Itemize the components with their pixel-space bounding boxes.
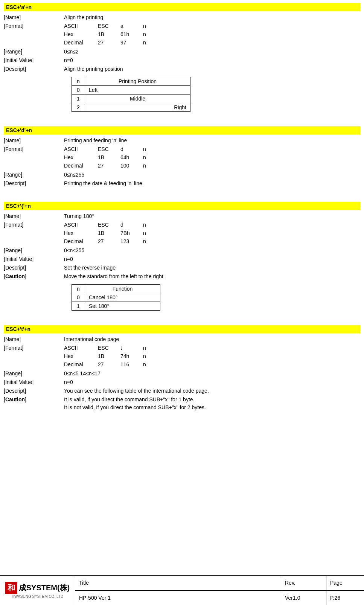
- fmt-type-d2: Decimal: [64, 162, 98, 170]
- footer-logo-sub: HWASUNG SYSTEM CO.,LTD: [12, 594, 63, 599]
- fmt-c1-a2: 27: [98, 39, 120, 47]
- table-cell-middle: Middle: [85, 94, 190, 103]
- caution-row-t: [Caution] It is valid, if you direct the…: [4, 396, 360, 411]
- format-block-d: ASCII ESC d n Hex 1B 64h n Decimal 27: [64, 145, 154, 170]
- name-value-a: Align the printing: [64, 14, 103, 21]
- fmt-c1-t2: 27: [98, 361, 120, 369]
- fmt-c1-d2: 27: [98, 162, 120, 170]
- footer-logo: 和 成SYSTEM(株) HWASUNG SYSTEM CO.,LTD: [0, 576, 75, 605]
- descript-value-d: Printing the date & feeding 'n' line: [64, 180, 142, 187]
- fmt-c1-t0: ESC: [98, 344, 120, 352]
- fmt-type-a1: Hex: [64, 30, 98, 38]
- range-label-b: [Range]: [4, 247, 64, 254]
- fmt-c3-a2: n: [143, 39, 154, 47]
- format-dec-t: Decimal 27 116 n: [64, 361, 154, 369]
- name-row-b: [Name] Turning 180°: [4, 212, 360, 220]
- fmt-type-b2: Decimal: [64, 238, 98, 245]
- format-label-b: [Format]: [4, 221, 64, 246]
- footer-page-label: Page: [326, 576, 364, 590]
- caution-bold-b: Caution: [5, 273, 25, 279]
- section-esc-t: ESC+'t'+n [Name] International code page…: [4, 325, 360, 411]
- footer-logo-inner: 和 成SYSTEM(株) HWASUNG SYSTEM CO.,LTD: [5, 582, 70, 599]
- initial-label-b: [Initial Value]: [4, 255, 64, 263]
- fmt-c3-b2: n: [143, 238, 154, 245]
- format-hex-t: Hex 1B 74h n: [64, 352, 154, 360]
- section-header-esc-d: ESC+'d'+n: [4, 126, 360, 134]
- fmt-c2-b1: 7Bh: [120, 229, 143, 237]
- fmt-type-b0: ASCII: [64, 221, 98, 229]
- fmt-c3-a1: n: [143, 30, 154, 38]
- format-label-d: [Format]: [4, 145, 64, 170]
- initial-value-a: n=0: [64, 56, 73, 64]
- table-header-n-a: n: [72, 77, 85, 86]
- caution-line-t1: It is not valid, if you direct the comma…: [64, 404, 206, 411]
- descript-row-t: [Descript] You can see the following tab…: [4, 387, 360, 395]
- descript-label-b: [Descript]: [4, 264, 64, 272]
- range-row-t: [Range] 0≤n≤5 14≤n≤17: [4, 370, 360, 378]
- footer-logo-box: 和: [5, 582, 17, 594]
- format-ascii-a: ASCII ESC a n: [64, 22, 154, 30]
- footer-title-label: Title: [75, 576, 281, 590]
- range-label-d: [Range]: [4, 171, 64, 179]
- format-label-a: [Format]: [4, 22, 64, 47]
- section-header-esc-a: ESC+'a'+n: [4, 3, 360, 11]
- table-cell-left: Left: [85, 86, 190, 94]
- table-cell-n: 2: [72, 103, 85, 112]
- footer-right: Title Rev. Page HP-500 Ver 1 Ver1.0 P.26: [75, 576, 364, 605]
- fmt-c1-d1: 1B: [98, 154, 120, 162]
- table-row: 0 Cancel 180°: [72, 293, 160, 302]
- format-hex-a: Hex 1B 61h n: [64, 30, 154, 38]
- table-header-n-b: n: [72, 285, 85, 293]
- caution-value-b: Move the standard from the left to the r…: [64, 273, 163, 280]
- format-hex-b: Hex 1B 7Bh n: [64, 229, 154, 237]
- range-row-a: [Range] 0≤n≤2: [4, 48, 360, 56]
- fmt-type-a0: ASCII: [64, 22, 98, 30]
- format-ascii-d: ASCII ESC d n: [64, 145, 154, 153]
- table-row: 1 Set 180°: [72, 302, 160, 311]
- initial-label-a: [Initial Value]: [4, 56, 64, 64]
- initial-row-a: [Initial Value] n=0: [4, 56, 360, 64]
- descript-row-d: [Descript] Printing the date & feeding '…: [4, 180, 360, 187]
- range-label-a: [Range]: [4, 48, 64, 56]
- format-dec-b: Decimal 27 123 n: [64, 238, 154, 245]
- range-value-a: 0≤n≤2: [64, 48, 79, 56]
- fmt-type-a2: Decimal: [64, 39, 98, 47]
- printing-position-table: n Printing Position 0 Left 1 Middle 2 Ri…: [72, 77, 190, 112]
- section-esc-a: ESC+'a'+n [Name] Align the printing [For…: [4, 3, 360, 112]
- descript-value-t: You can see the following table of the i…: [64, 387, 209, 395]
- fmt-c2-a0: a: [120, 22, 143, 30]
- range-label-t: [Range]: [4, 370, 64, 378]
- fmt-c3-b0: n: [143, 221, 154, 229]
- name-row-d: [Name] Printing and feeding 'n' line: [4, 137, 360, 145]
- content-area: ESC+'a'+n [Name] Align the printing [For…: [0, 0, 364, 575]
- table-header-pos-a: Printing Position: [85, 77, 190, 86]
- fmt-c3-d1: n: [143, 154, 154, 162]
- table-row: 2 Right: [72, 103, 190, 112]
- name-value-d: Printing and feeding 'n' line: [64, 137, 127, 145]
- fmt-c2-b2: 123: [120, 238, 143, 245]
- initial-row-b: [Initial Value] n=0: [4, 255, 360, 263]
- fmt-c1-a0: ESC: [98, 22, 120, 30]
- table-cell-cancel180: Cancel 180°: [85, 293, 160, 302]
- range-value-t: 0≤n≤5 14≤n≤17: [64, 370, 101, 378]
- name-label-b: [Name]: [4, 212, 64, 220]
- fmt-c3-b1: n: [143, 229, 154, 237]
- format-ascii-b: ASCII ESC d n: [64, 221, 154, 229]
- fmt-c3-t1: n: [143, 352, 154, 360]
- fmt-c2-d1: 64h: [120, 154, 143, 162]
- name-label-a: [Name]: [4, 14, 64, 21]
- name-value-b: Turning 180°: [64, 212, 94, 220]
- initial-value-b: n=0: [64, 255, 73, 263]
- range-value-d: 0≤n≤255: [64, 171, 84, 179]
- footer-logo-row: 和 成SYSTEM(株): [5, 582, 70, 594]
- fmt-c2-d0: d: [120, 145, 143, 153]
- page: ESC+'a'+n [Name] Align the printing [For…: [0, 0, 364, 605]
- descript-value-b: Set the reverse image: [64, 264, 116, 272]
- fmt-c3-d2: n: [143, 162, 154, 170]
- section-header-esc-t: ESC+'t'+n: [4, 325, 360, 333]
- format-row-d: [Format] ASCII ESC d n Hex 1B 64h n: [4, 145, 360, 170]
- fmt-c2-t2: 116: [120, 361, 143, 369]
- range-row-b: [Range] 0≤n≤255: [4, 247, 360, 254]
- footer-top-row: Title Rev. Page: [75, 576, 364, 591]
- descript-label-t: [Descript]: [4, 387, 64, 395]
